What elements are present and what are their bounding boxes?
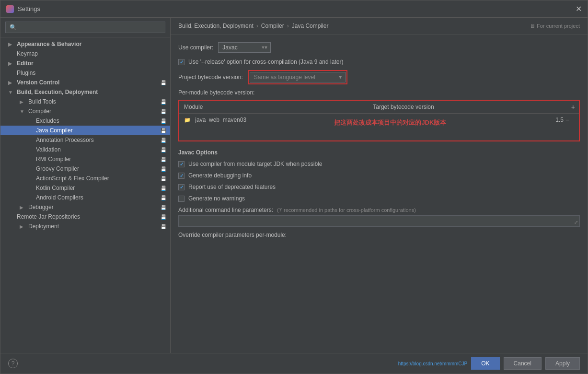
for-current-project: 🖥 For current project [530, 23, 580, 29]
breadcrumb-item-2: Compiler [261, 23, 284, 29]
module-target-jdk-checkbox[interactable] [178, 161, 184, 167]
sidebar-item-version-control[interactable]: ▶ Version Control 💾 [0, 78, 170, 87]
deprecated-features-checkbox[interactable] [178, 184, 184, 190]
save-icon: 💾 [161, 176, 166, 181]
additional-cmd-input[interactable] [178, 215, 580, 227]
sidebar-tree: ▶ Appearance & Behavior Keymap ▶ Editor … [0, 37, 170, 353]
sidebar-item-deployment[interactable]: ▶ Deployment 💾 [0, 222, 170, 231]
save-icon: 💾 [161, 224, 166, 229]
module-target-jdk-label: Use compiler from module target JDK when… [188, 161, 322, 167]
breadcrumb-item-1: Build, Execution, Deployment [178, 23, 254, 29]
sidebar-item-compiler[interactable]: ▼ Compiler 💾 [0, 106, 170, 116]
sidebar-item-android-compilers[interactable]: Android Compilers 💾 [0, 193, 170, 202]
sidebar-item-excludes[interactable]: Excludes 💾 [0, 116, 170, 126]
arrow-icon: ▶ [8, 61, 15, 66]
sidebar-item-build-exec-deploy[interactable]: ▼ Build, Execution, Deployment [0, 87, 170, 97]
use-compiler-label: Use compiler: [178, 44, 213, 51]
sidebar-item-appearance[interactable]: ▶ Appearance & Behavior [0, 39, 170, 49]
cancel-button[interactable]: Cancel [504, 357, 542, 370]
no-warnings-checkbox[interactable] [178, 196, 184, 202]
sidebar-item-debugger[interactable]: ▶ Debugger 💾 [0, 202, 170, 212]
title-bar-left: Settings [6, 5, 40, 13]
sidebar-item-editor[interactable]: ▶ Editor [0, 58, 170, 68]
use-release-row: Use '--release' option for cross-compila… [178, 58, 580, 65]
per-module-label: Per-module bytecode version: [178, 89, 580, 96]
sidebar-item-groovy-compiler[interactable]: Groovy Compiler 💾 [0, 164, 170, 174]
sidebar-item-label: Android Compilers [36, 194, 83, 201]
sidebar-item-label: Build, Execution, Deployment [17, 89, 98, 95]
sidebar-item-label: Compiler [28, 108, 51, 115]
javac-options-title: Javac Options [178, 149, 580, 156]
sidebar-item-label: Validation [36, 146, 61, 153]
title-bar: Settings ✕ [0, 0, 588, 18]
sidebar-item-keymap[interactable]: Keymap [0, 49, 170, 58]
save-icon: 💾 [161, 157, 166, 162]
use-release-label: Use '--release' option for cross-compila… [188, 58, 343, 65]
breadcrumb-item-3: Java Compiler [292, 23, 329, 29]
compiler-select[interactable]: Javac Eclipse Ajc [218, 42, 271, 53]
expand-input-button[interactable]: ⤢ [574, 220, 578, 225]
project-bytecode-label: Project bytecode version: [178, 74, 243, 81]
close-button[interactable]: ✕ [576, 4, 582, 13]
sidebar-item-kotlin-compiler[interactable]: Kotlin Compiler 💾 [0, 183, 170, 193]
save-icon: 💾 [161, 109, 166, 114]
module-table-container: Module Target bytecode version + [178, 100, 580, 141]
table-row: 📁 java_web_maven03 1.5 − [179, 114, 579, 127]
save-icon: 💾 [161, 99, 166, 105]
sidebar-item-label: RMI Compiler [36, 156, 71, 163]
arrow-icon: ▼ [8, 90, 15, 95]
save-icon: 💾 [161, 147, 166, 152]
checkbox-row-no-warnings: Generate no warnings [178, 195, 580, 202]
bytecode-select-wrapper: Same as language level 1.5 1.6 1.7 1.8 ▼ [250, 72, 346, 82]
help-button[interactable]: ? [8, 359, 18, 368]
save-icon: 💾 [161, 138, 166, 143]
cmd-input-wrapper: ⤢ [178, 215, 580, 227]
sidebar-item-validation[interactable]: Validation 💾 [0, 145, 170, 154]
version-cell-wrapper: 1.5 − [373, 116, 569, 124]
footer: ? https://blog.csdn.net/mmmmCJP OK Cance… [0, 353, 588, 374]
project-bytecode-row: Project bytecode version: Same as langua… [178, 70, 580, 84]
sidebar-item-label: Plugins [17, 70, 35, 76]
sidebar-item-label: Build Tools [28, 98, 56, 105]
arrow-icon: ▶ [20, 99, 26, 105]
sidebar-item-label: Kotlin Compiler [36, 185, 75, 191]
sidebar-item-plugins[interactable]: Plugins [0, 68, 170, 78]
sidebar-item-java-compiler[interactable]: Java Compiler 💾 [0, 126, 170, 135]
module-col-header: Module [179, 101, 368, 114]
checkbox-row-module-jdk: Use compiler from module target JDK when… [178, 161, 580, 167]
checkbox-row-deprecated: Report use of deprecated features [178, 184, 580, 190]
sidebar-item-label: ActionScript & Flex Compiler [36, 175, 109, 182]
arrow-icon: ▼ [20, 109, 26, 114]
no-warnings-label: Generate no warnings [188, 195, 245, 202]
sidebar: ▶ Appearance & Behavior Keymap ▶ Editor … [0, 18, 171, 353]
debugging-info-label: Generate debugging info [188, 172, 252, 179]
search-box [0, 18, 170, 37]
add-module-button[interactable]: + [571, 103, 575, 111]
ok-button[interactable]: OK [471, 357, 499, 370]
main-content: ▶ Appearance & Behavior Keymap ▶ Editor … [0, 18, 588, 353]
apply-button[interactable]: Apply [545, 357, 580, 370]
remove-version-button[interactable]: − [565, 116, 569, 124]
sidebar-item-remote-jar[interactable]: Remote Jar Repositories 💾 [0, 212, 170, 222]
sidebar-item-label: Java Compiler [36, 127, 73, 134]
sidebar-item-rmi-compiler[interactable]: RMI Compiler 💾 [0, 154, 170, 164]
save-icon: 💾 [161, 214, 166, 220]
bytecode-select[interactable]: Same as language level 1.5 1.6 1.7 1.8 [250, 72, 346, 82]
sidebar-item-actionscript-compiler[interactable]: ActionScript & Flex Compiler 💾 [0, 174, 170, 183]
search-input[interactable] [5, 22, 165, 33]
sidebar-item-annotation-processors[interactable]: Annotation Processors 💾 [0, 135, 170, 145]
settings-dialog: Settings ✕ ▶ Appearance & Behavior Keyma… [0, 0, 588, 374]
module-name-cell: 📁 java_web_maven03 [179, 114, 368, 127]
settings-content: Use compiler: Javac Eclipse Ajc ▼ Use '-… [171, 35, 588, 353]
deprecated-features-label: Report use of deprecated features [188, 184, 276, 190]
use-release-checkbox[interactable] [178, 59, 184, 65]
arrow-icon: ▶ [20, 205, 26, 210]
app-icon [6, 5, 14, 13]
sidebar-item-label: Debugger [28, 204, 54, 210]
breadcrumb: Build, Execution, Deployment › Compiler … [171, 18, 588, 35]
debugging-info-checkbox[interactable] [178, 173, 184, 179]
footer-url: https://blog.csdn.net/mmmmCJP [398, 357, 468, 370]
empty-table-row [179, 126, 579, 140]
additional-cmd-label: Additional command line parameters: [178, 207, 273, 213]
sidebar-item-build-tools[interactable]: ▶ Build Tools 💾 [0, 97, 170, 106]
